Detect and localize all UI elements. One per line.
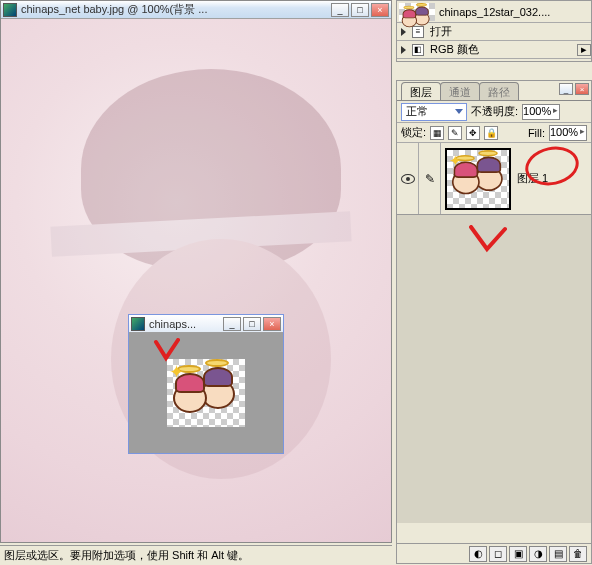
file-name-label: chinaps_12star_032.... <box>439 6 589 18</box>
mode-row[interactable]: ◧ RGB 颜色 ▸ <box>397 41 591 59</box>
tab-layers[interactable]: 图层 <box>401 82 441 100</box>
open-label: 打开 <box>430 24 452 39</box>
status-text: 图层或选区。要用附加选项，使用 Shift 和 Alt 键。 <box>4 548 249 563</box>
layer-actions-bar: ◐ ◻ ▣ ◑ ▤ 🗑 <box>397 543 591 563</box>
blend-opacity-row: 正常 不透明度: 100% <box>397 101 591 123</box>
layer-thumbnail[interactable]: ✦ <box>445 148 511 210</box>
minimize-button[interactable]: _ <box>223 317 241 331</box>
fill-label: Fill: <box>528 127 545 139</box>
panel-close-button[interactable]: × <box>575 83 589 95</box>
status-bar: 图层或选区。要用附加选项，使用 Shift 和 Alt 键。 <box>0 545 392 565</box>
sub-canvas[interactable]: ✦ <box>129 333 283 453</box>
sub-titlebar[interactable]: chinaps... _ □ × <box>129 315 283 333</box>
open-row[interactable]: ≡ 打开 <box>397 23 591 41</box>
main-document-window: chinaps_net baby.jpg @ 100%(背景 ... _ □ × <box>0 0 392 543</box>
lock-row: 锁定: ▦ ✎ ✥ 🔒 Fill: 100% <box>397 123 591 143</box>
layer-list: ✎ ✦ 图层 1 <box>397 143 591 523</box>
file-thumbnail[interactable] <box>399 3 435 21</box>
app-icon <box>3 3 17 17</box>
close-button[interactable]: × <box>263 317 281 331</box>
maximize-button[interactable]: □ <box>351 3 369 17</box>
brush-icon: ✎ <box>425 172 435 186</box>
lock-all-icon[interactable]: 🔒 <box>484 126 498 140</box>
opacity-label: 不透明度: <box>471 104 518 119</box>
panel-minimize-button[interactable]: _ <box>559 83 573 95</box>
window-controls: _ □ × <box>331 3 389 17</box>
file-thumb-row: chinaps_12star_032.... <box>397 1 591 23</box>
close-button[interactable]: × <box>371 3 389 17</box>
window-controls: _ □ × <box>223 317 281 331</box>
layer-style-button[interactable]: ◐ <box>469 546 487 562</box>
lock-position-icon[interactable]: ✥ <box>466 126 480 140</box>
document-icon: ≡ <box>412 26 424 38</box>
mode-label: RGB 颜色 <box>430 42 479 57</box>
panel-menu-button[interactable]: ▸ <box>577 44 591 56</box>
main-titlebar[interactable]: chinaps_net baby.jpg @ 100%(背景 ... _ □ × <box>1 1 391 19</box>
maximize-button[interactable]: □ <box>243 317 261 331</box>
visibility-toggle-icon[interactable] <box>401 174 415 184</box>
layer-row[interactable]: ✎ ✦ 图层 1 <box>397 143 591 215</box>
annotation-checkmark <box>467 225 507 253</box>
blend-mode-select[interactable]: 正常 <box>401 103 467 121</box>
panel-window-controls: _ × <box>559 83 589 95</box>
layer-name-label[interactable]: 图层 1 <box>515 171 591 186</box>
expand-icon <box>401 46 406 54</box>
angel-image: ✦ <box>167 359 245 427</box>
fill-input[interactable]: 100% <box>549 125 587 141</box>
opacity-input[interactable]: 100% <box>522 104 560 120</box>
panels-column: chinaps_12star_032.... ≡ 打开 ◧ RGB 颜色 ▸ _… <box>396 0 592 565</box>
lock-paint-icon[interactable]: ✎ <box>448 126 462 140</box>
lock-transparency-icon[interactable]: ▦ <box>430 126 444 140</box>
expand-icon <box>401 28 406 36</box>
main-canvas[interactable] <box>1 19 391 542</box>
tab-channels[interactable]: 通道 <box>440 82 480 100</box>
sub-title: chinaps... <box>149 318 223 330</box>
new-group-button[interactable]: ▣ <box>509 546 527 562</box>
new-layer-button[interactable]: ▤ <box>549 546 567 562</box>
layer-mask-button[interactable]: ◻ <box>489 546 507 562</box>
mode-icon: ◧ <box>412 44 424 56</box>
lock-label: 锁定: <box>401 125 426 140</box>
tab-paths[interactable]: 路径 <box>479 82 519 100</box>
sub-document-window: chinaps... _ □ × ✦ <box>128 314 284 454</box>
layers-panel: _ × 图层 通道 路径 正常 不透明度: 100% 锁定: ▦ ✎ ✥ 🔒 F… <box>396 80 592 564</box>
delete-layer-button[interactable]: 🗑 <box>569 546 587 562</box>
app-icon <box>131 317 145 331</box>
adjustment-layer-button[interactable]: ◑ <box>529 546 547 562</box>
main-title: chinaps_net baby.jpg @ 100%(背景 ... <box>21 2 331 17</box>
minimize-button[interactable]: _ <box>331 3 349 17</box>
navigator-panel: chinaps_12star_032.... ≡ 打开 ◧ RGB 颜色 ▸ <box>396 0 592 62</box>
